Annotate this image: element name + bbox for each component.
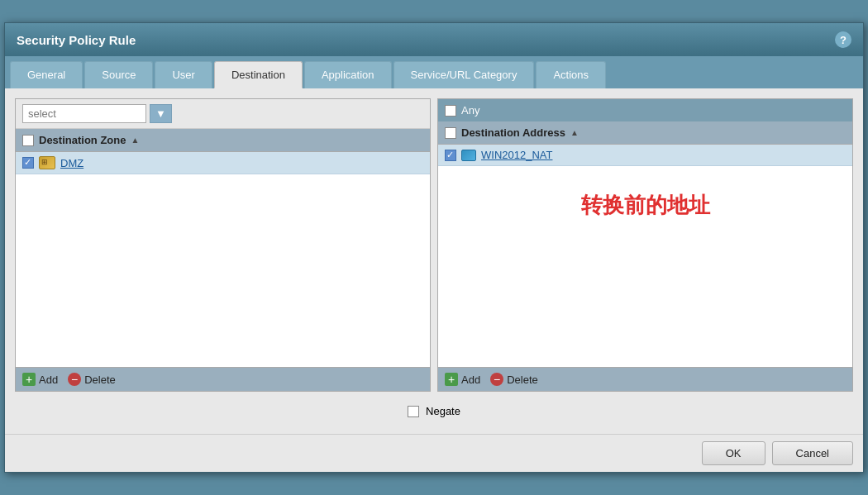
zone-items-list: DMZ — [16, 152, 430, 367]
addr-panel-footer: + Add − Delete — [438, 367, 852, 391]
negate-row: Negate — [15, 398, 853, 424]
addr-delete-button[interactable]: − Delete — [490, 373, 538, 386]
zone-item-label[interactable]: DMZ — [60, 157, 83, 169]
tab-source[interactable]: Source — [84, 61, 153, 88]
destination-zone-header: Destination Zone ▲ — [16, 129, 430, 152]
zone-item-icon — [39, 156, 55, 169]
tab-user[interactable]: User — [155, 61, 212, 88]
zone-panel-footer: + Add − Delete — [16, 367, 430, 391]
zone-delete-button[interactable]: − Delete — [68, 373, 116, 386]
addr-delete-label: Delete — [507, 374, 538, 386]
zone-add-button[interactable]: + Add — [22, 373, 58, 386]
any-row: Any — [438, 99, 852, 121]
zone-add-label: Add — [39, 374, 58, 386]
zone-select-input[interactable] — [22, 104, 146, 123]
zone-item-dmz[interactable]: DMZ — [16, 152, 430, 174]
addr-item-icon — [461, 150, 476, 161]
destination-address-label: Destination Address — [461, 126, 565, 139]
addr-item-label[interactable]: WIN2012_NAT — [481, 149, 552, 161]
bottom-buttons: OK Cancel — [5, 434, 863, 472]
addr-add-icon: + — [445, 373, 458, 386]
any-label: Any — [461, 104, 479, 117]
tab-service-url-category[interactable]: Service/URL Category — [393, 61, 535, 88]
destination-zone-panel: ▼ Destination Zone ▲ DMZ + — [15, 98, 431, 392]
help-icon[interactable]: ? — [835, 31, 851, 48]
tab-application[interactable]: Application — [304, 61, 392, 88]
destination-zone-label: Destination Zone — [39, 134, 126, 146]
zone-delete-icon: − — [68, 373, 81, 386]
addr-add-label: Add — [461, 374, 480, 386]
any-checkbox[interactable] — [445, 105, 456, 117]
zone-sort-arrow[interactable]: ▲ — [131, 136, 139, 145]
addr-delete-icon: − — [490, 373, 503, 386]
addr-sort-arrow[interactable]: ▲ — [570, 128, 579, 137]
zone-item-checkbox[interactable] — [22, 157, 34, 169]
security-policy-rule-dialog: Security Policy Rule ? General Source Us… — [4, 22, 864, 473]
zone-dropdown-btn[interactable]: ▼ — [150, 104, 172, 123]
addr-add-button[interactable]: + Add — [445, 373, 480, 386]
content-area: ▼ Destination Zone ▲ DMZ + — [5, 88, 863, 434]
negate-label: Negate — [426, 405, 460, 417]
cancel-button[interactable]: Cancel — [772, 441, 853, 465]
zone-delete-label: Delete — [84, 374, 116, 386]
negate-checkbox[interactable] — [408, 406, 419, 417]
tab-actions[interactable]: Actions — [536, 61, 606, 88]
title-bar: Security Policy Rule ? — [5, 23, 863, 56]
select-row: ▼ — [16, 99, 430, 129]
zone-header-checkbox[interactable] — [22, 135, 34, 146]
addr-item-win2012nat[interactable]: WIN2012_NAT — [438, 145, 852, 166]
address-items-list: WIN2012_NAT 转换前的地址 — [438, 145, 852, 367]
ok-button[interactable]: OK — [702, 441, 765, 465]
watermark-text: 转换前的地址 — [438, 166, 852, 245]
destination-address-header: Destination Address ▲ — [438, 121, 852, 145]
tab-destination[interactable]: Destination — [214, 61, 303, 88]
destination-address-panel: Any Destination Address ▲ WIN2012_NAT 转换… — [437, 98, 853, 392]
tab-general[interactable]: General — [10, 61, 83, 88]
tab-bar: General Source User Destination Applicat… — [5, 56, 863, 88]
zone-add-icon: + — [22, 373, 36, 386]
dialog-title: Security Policy Rule — [17, 33, 136, 47]
panels-row: ▼ Destination Zone ▲ DMZ + — [15, 98, 853, 392]
addr-header-checkbox[interactable] — [445, 127, 456, 139]
addr-item-checkbox[interactable] — [445, 150, 456, 161]
